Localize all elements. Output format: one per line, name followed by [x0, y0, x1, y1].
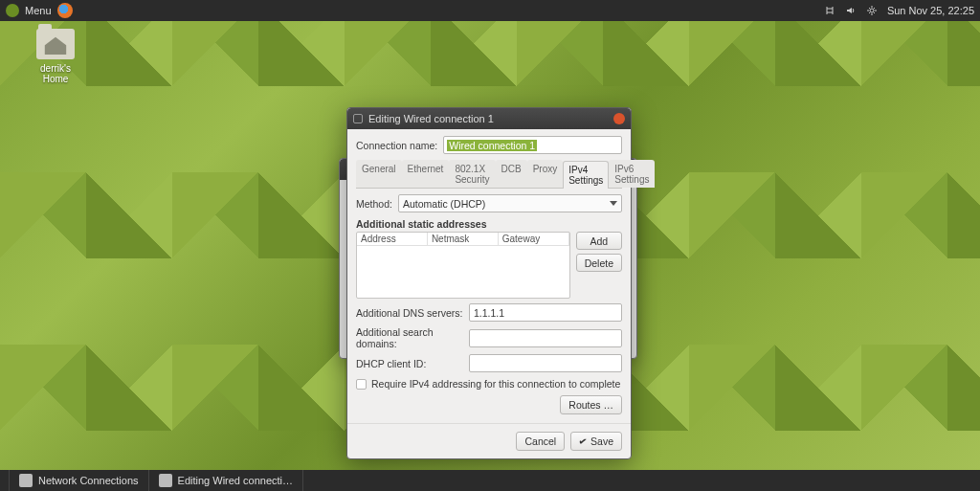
tab-ipv6[interactable]: IPv6 Settings — [609, 160, 655, 188]
window-icon — [353, 114, 363, 123]
chevron-down-icon — [610, 201, 617, 206]
window-list-icon — [159, 474, 172, 487]
menu-label[interactable]: Menu — [25, 5, 52, 16]
clock[interactable]: Sun Nov 25, 22:25 — [887, 5, 974, 16]
taskbar-item-network-connections[interactable]: Network Connections — [10, 470, 149, 491]
dhcp-client-id-input[interactable] — [469, 354, 622, 372]
network-tray-icon[interactable] — [824, 5, 835, 16]
tab-proxy[interactable]: Proxy — [527, 160, 564, 188]
dns-input[interactable] — [469, 303, 622, 322]
tab-ipv4[interactable]: IPv4 Settings — [563, 161, 609, 189]
require-ipv4-label: Require IPv4 addressing for this connect… — [371, 378, 620, 390]
tab-general[interactable]: General — [356, 160, 402, 188]
svg-point-0 — [870, 9, 874, 12]
method-label: Method: — [356, 198, 392, 210]
cancel-button[interactable]: Cancel — [516, 432, 565, 451]
dialog-title: Editing Wired connection 1 — [368, 113, 494, 124]
method-combo[interactable]: Automatic (DHCP) — [398, 194, 622, 212]
require-ipv4-checkbox[interactable] — [356, 379, 367, 390]
col-gateway: Gateway — [499, 233, 569, 245]
taskbar-item-label: Network Connections — [38, 475, 139, 486]
volume-tray-icon[interactable] — [845, 5, 857, 16]
firefox-icon[interactable] — [57, 3, 73, 18]
routes-button[interactable]: Routes … — [560, 395, 622, 414]
window-list-icon — [19, 474, 33, 487]
home-folder-icon[interactable]: derrik's Home — [27, 29, 84, 84]
connection-name-label: Connection name: — [356, 140, 437, 151]
close-icon[interactable] — [613, 113, 625, 124]
delete-button[interactable]: Delete — [576, 254, 622, 272]
taskbar-item-editing-wired[interactable]: Editing Wired connecti… — [149, 470, 303, 491]
address-list[interactable]: Address Netmask Gateway — [356, 232, 570, 299]
settings-tray-icon[interactable] — [866, 5, 878, 16]
tab-bar: General Ethernet 802.1X Security DCB Pro… — [356, 160, 622, 189]
static-addresses-heading: Additional static addresses — [356, 218, 622, 230]
check-icon: ✔ — [578, 435, 589, 447]
bottom-panel: Network Connections Editing Wired connec… — [0, 470, 980, 491]
tab-ethernet[interactable]: Ethernet — [402, 160, 450, 188]
home-folder-label: derrik's Home — [27, 63, 84, 84]
tab-8021x[interactable]: 802.1X Security — [449, 160, 495, 188]
search-domains-input[interactable] — [469, 329, 622, 347]
taskbar-item-label: Editing Wired connecti… — [178, 475, 293, 486]
top-panel: Menu Sun Nov 25, 22:25 — [0, 0, 980, 21]
save-button[interactable]: ✔ Save — [570, 432, 622, 451]
connection-name-input[interactable]: Wired connection 1 — [443, 136, 622, 154]
method-value: Automatic (DHCP) — [403, 198, 485, 210]
dns-label: Additional DNS servers: — [356, 307, 463, 319]
save-label: Save — [590, 435, 613, 447]
edit-connection-dialog: Editing Wired connection 1 Connection na… — [346, 107, 632, 459]
tab-dcb[interactable]: DCB — [496, 160, 527, 188]
connection-name-value: Wired connection 1 — [447, 140, 537, 151]
col-netmask: Netmask — [428, 233, 499, 245]
menu-icon[interactable] — [6, 4, 19, 17]
dhcp-client-id-label: DHCP client ID: — [356, 358, 463, 369]
show-desktop-button[interactable] — [0, 470, 10, 491]
add-button[interactable]: Add — [576, 232, 622, 250]
search-domains-label: Additional search domains: — [356, 326, 463, 349]
dialog-titlebar[interactable]: Editing Wired connection 1 — [347, 108, 631, 129]
col-address: Address — [357, 233, 428, 245]
